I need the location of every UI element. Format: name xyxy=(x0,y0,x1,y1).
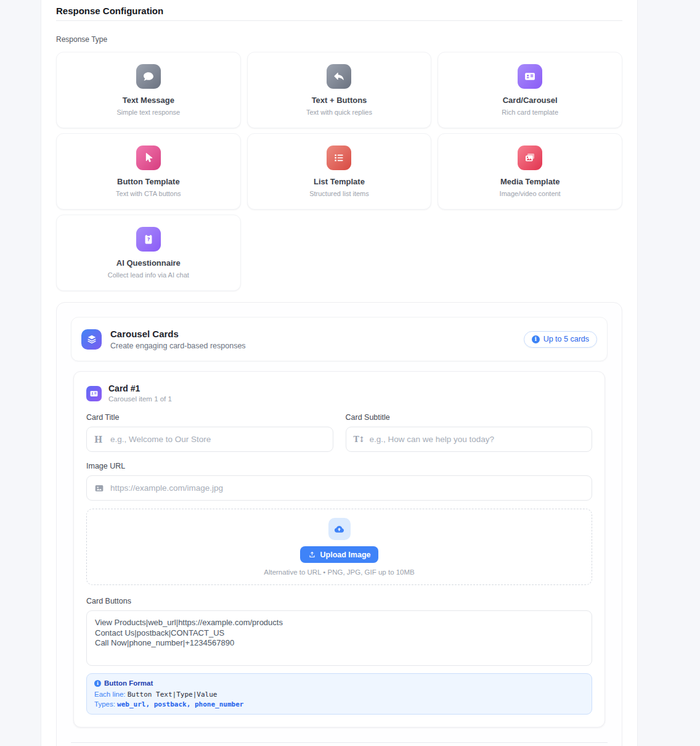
types-label: Types: xyxy=(94,700,115,708)
carousel-header-text: Carousel Cards Create engaging card-base… xyxy=(110,329,246,350)
card-subtitle-field: Card Subtitle xyxy=(346,414,593,452)
response-type-card-list-template[interactable]: List Template Structured list items xyxy=(247,133,432,210)
response-type-grid: Text Message Simple text response Text +… xyxy=(56,52,622,291)
carousel-subtitle: Create engaging card-based responses xyxy=(110,342,246,350)
card-limit-badge-label: Up to 5 cards xyxy=(543,335,589,343)
image-url-label: Image URL xyxy=(86,462,592,470)
image-upload-dropzone[interactable]: Upload Image Alternative to URL • PNG, J… xyxy=(86,509,592,585)
section-divider xyxy=(71,742,608,743)
heading-icon xyxy=(94,435,102,444)
response-type-label: Response Type xyxy=(56,35,622,44)
card-title-label: Card Title xyxy=(86,414,333,422)
response-type-card-text-message[interactable]: Text Message Simple text response xyxy=(56,52,241,128)
button-format-title: Button Format xyxy=(104,679,153,687)
card-editor-header-text: Card #1 Carousel item 1 of 1 xyxy=(108,384,172,403)
carousel-card-editor: Card #1 Carousel item 1 of 1 Card Title … xyxy=(73,371,605,728)
response-type-title: Card/Carousel xyxy=(503,96,558,105)
card-buttons-label: Card Buttons xyxy=(86,597,592,605)
card-limit-badge: Up to 5 cards xyxy=(524,331,597,348)
response-type-title: Text Message xyxy=(123,96,174,105)
svg-text:?: ? xyxy=(147,237,150,242)
image-url-field: Image URL xyxy=(86,462,592,501)
cloud-upload-icon xyxy=(328,518,351,540)
card-editor-subtitle: Carousel item 1 of 1 xyxy=(108,395,172,403)
media-photos-icon xyxy=(518,146,542,170)
upload-icon xyxy=(308,551,316,559)
card-subtitle-label: Card Subtitle xyxy=(346,414,593,422)
carousel-title: Carousel Cards xyxy=(110,329,246,339)
response-type-description: Text with quick replies xyxy=(306,109,372,116)
card-subtitle-input[interactable] xyxy=(346,427,593,452)
list-icon xyxy=(327,146,351,170)
response-type-title: Media Template xyxy=(500,178,560,186)
reply-arrow-icon xyxy=(327,64,351,89)
button-format-types: Types: web_url, postback, phone_number xyxy=(94,700,584,708)
response-type-card-text-buttons[interactable]: Text + Buttons Text with quick replies xyxy=(247,52,432,128)
text-height-icon xyxy=(354,435,365,443)
response-type-title: AI Questionnaire xyxy=(116,259,181,268)
id-card-icon xyxy=(86,386,102,401)
carousel-section: Carousel Cards Create engaging card-base… xyxy=(56,302,622,746)
button-format-title-row: Button Format xyxy=(94,679,584,687)
id-card-icon xyxy=(518,64,542,89)
upload-image-button[interactable]: Upload Image xyxy=(300,546,379,563)
response-type-description: Structured list items xyxy=(309,190,369,197)
response-type-card-card-carousel[interactable]: Card/Carousel Rich card template xyxy=(437,52,622,128)
response-type-card-ai-questionnaire[interactable]: ? AI Questionnaire Collect lead info via… xyxy=(56,215,241,291)
info-icon xyxy=(94,680,101,687)
card-title-input[interactable] xyxy=(86,427,333,452)
response-type-card-media-template[interactable]: Media Template Image/video content xyxy=(437,133,622,210)
response-configuration-panel: Response Configuration Response Type Tex… xyxy=(41,0,638,746)
upload-hint: Alternative to URL • PNG, JPG, GIF up to… xyxy=(264,568,415,576)
image-url-input[interactable] xyxy=(86,475,592,501)
card-buttons-textarea[interactable]: View Products|web_url|https://example.co… xyxy=(86,610,592,666)
mouse-pointer-icon xyxy=(136,146,161,170)
card-editor-header: Card #1 Carousel item 1 of 1 xyxy=(86,384,592,403)
response-type-description: Simple text response xyxy=(116,109,180,116)
clipboard-question-icon: ? xyxy=(136,227,161,252)
response-type-title: List Template xyxy=(314,178,365,186)
response-type-card-button-template[interactable]: Button Template Text with CTA buttons xyxy=(56,133,241,210)
button-format-line: Each line: Button Text|Type|Value xyxy=(94,691,584,699)
upload-image-button-label: Upload Image xyxy=(320,551,371,559)
info-icon xyxy=(532,335,540,343)
response-type-title: Button Template xyxy=(117,178,180,186)
title-divider xyxy=(56,20,622,21)
response-type-description: Image/video content xyxy=(500,190,561,197)
each-line-label: Each line: xyxy=(94,691,126,698)
card-editor-title: Card #1 xyxy=(108,384,172,393)
card-title-field: Card Title xyxy=(86,414,333,452)
each-line-code: Button Text|Type|Value xyxy=(128,691,218,699)
title-subtitle-row: Card Title Card Subtitle xyxy=(86,414,592,452)
button-format-info-box: Button Format Each line: Button Text|Typ… xyxy=(86,673,592,715)
chat-bubble-icon xyxy=(136,64,161,89)
response-type-description: Text with CTA buttons xyxy=(116,190,181,197)
image-icon xyxy=(94,483,104,493)
page-title: Response Configuration xyxy=(56,6,622,16)
response-type-description: Rich card template xyxy=(502,109,558,116)
types-value: web_url, postback, phone_number xyxy=(117,700,243,708)
response-type-description: Collect lead info via AI chat xyxy=(108,271,189,279)
response-type-title: Text + Buttons xyxy=(312,96,367,105)
carousel-header: Carousel Cards Create engaging card-base… xyxy=(71,317,608,361)
layers-icon xyxy=(81,329,102,350)
